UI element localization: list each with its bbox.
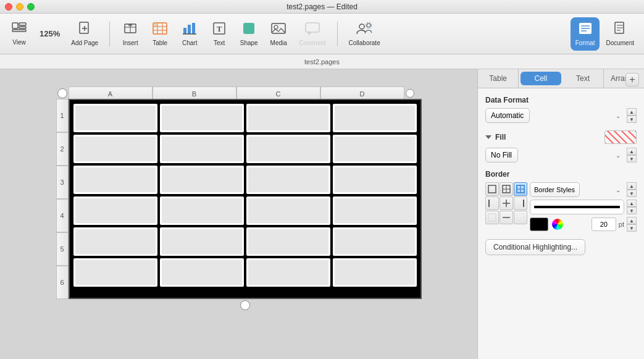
fill-collapse-icon[interactable]	[485, 135, 491, 139]
cell-a1[interactable]	[73, 104, 157, 132]
minimize-button[interactable]	[16, 3, 23, 11]
border-style-select[interactable]: Border Styles	[530, 182, 580, 197]
cell-c6[interactable]	[246, 258, 330, 287]
cell-c3[interactable]	[246, 166, 330, 194]
table-row	[73, 196, 417, 225]
cell-b5[interactable]	[160, 227, 244, 256]
border-line-stepper-down[interactable]: ▼	[627, 207, 637, 214]
cell-c4[interactable]	[246, 196, 330, 225]
cell-b1[interactable]	[160, 104, 244, 132]
border-all-btn[interactable]	[514, 182, 527, 196]
data-format-stepper-down[interactable]: ▼	[627, 116, 637, 123]
cell-d3[interactable]	[333, 166, 417, 194]
border-color-swatch[interactable]	[530, 218, 548, 231]
comment-icon	[305, 22, 320, 38]
shape-button[interactable]: Shape	[235, 17, 263, 51]
top-left-handle[interactable]	[57, 88, 67, 98]
cell-d6[interactable]	[333, 258, 417, 287]
cell-c2[interactable]	[246, 135, 330, 163]
cell-b3[interactable]	[160, 166, 244, 194]
border-pt-stepper-up[interactable]: ▲	[627, 217, 637, 224]
border-horiz-btn[interactable]	[500, 211, 513, 224]
comment-button[interactable]: Comment	[294, 17, 330, 51]
border-style-stepper-up[interactable]: ▲	[627, 182, 637, 190]
col-header-c: C	[236, 87, 320, 100]
cell-c5[interactable]	[246, 227, 330, 256]
border-style-stepper-down[interactable]: ▼	[627, 190, 637, 197]
fill-select-wrapper: No Fill	[485, 148, 624, 163]
border-outer-btn[interactable]	[485, 182, 499, 196]
table-icon	[153, 22, 167, 38]
text-label: Text	[214, 40, 225, 46]
svg-rect-18	[153, 23, 157, 27]
panel-content: Data Format Automatic ▲ ▼	[478, 88, 644, 263]
cell-d2[interactable]	[333, 135, 417, 163]
pt-label: pt	[619, 221, 624, 228]
cell-d5[interactable]	[333, 227, 417, 256]
fill-section: Fill No Fill ▲ ▼	[485, 130, 637, 163]
tab-cell[interactable]: Cell	[521, 72, 561, 85]
fill-stepper-down[interactable]: ▼	[627, 155, 637, 163]
conditional-highlighting-button[interactable]: Conditional Highlighting...	[485, 239, 585, 255]
tab-table[interactable]: Table	[478, 69, 519, 88]
insert-button[interactable]: Insert	[116, 17, 144, 51]
table-grid	[69, 99, 422, 299]
fill-stepper-up[interactable]: ▲	[627, 148, 637, 155]
fill-select[interactable]: No Fill	[485, 148, 518, 163]
table-toolbar-button[interactable]: Table	[146, 17, 174, 51]
text-button[interactable]: T Text	[205, 17, 233, 51]
fill-swatch[interactable]	[604, 130, 637, 144]
zoom-button[interactable]: 125% 125%	[35, 17, 65, 51]
cell-c1[interactable]	[246, 104, 330, 132]
shape-icon	[242, 22, 256, 38]
data-format-section: Data Format Automatic ▲ ▼	[485, 96, 637, 123]
document-label: Document	[606, 40, 634, 46]
format-label: Format	[575, 40, 595, 46]
border-left-btn[interactable]	[485, 196, 499, 210]
canvas-area[interactable]: A B C D 1 2 3 4 5 6	[0, 69, 477, 359]
data-format-select[interactable]: Automatic	[485, 108, 530, 123]
bottom-handle[interactable]	[240, 300, 250, 310]
cell-a2[interactable]	[73, 135, 157, 163]
close-button[interactable]	[5, 3, 12, 11]
tab-text[interactable]: Text	[563, 69, 604, 88]
table-row	[73, 166, 417, 194]
add-page-button[interactable]: Add Page	[66, 17, 103, 51]
cell-b6[interactable]	[160, 258, 244, 287]
cell-d1[interactable]	[333, 104, 417, 132]
border-line-stepper-up[interactable]: ▲	[627, 200, 637, 207]
top-right-handle[interactable]	[406, 89, 414, 98]
panel-plus-button[interactable]: +	[625, 73, 639, 87]
cell-a3[interactable]	[73, 166, 157, 194]
table-container: A B C D 1 2 3 4 5 6	[56, 88, 422, 310]
cell-a5[interactable]	[73, 227, 157, 256]
border-none-btn[interactable]	[514, 211, 527, 224]
svg-rect-3	[12, 30, 26, 32]
data-format-stepper-up[interactable]: ▲	[627, 108, 637, 116]
border-all-outer-btn[interactable]	[500, 182, 513, 196]
media-button[interactable]: Media	[264, 17, 293, 51]
document-button[interactable]: Document	[601, 17, 639, 51]
cell-b2[interactable]	[160, 135, 244, 163]
chart-button[interactable]: Chart	[175, 17, 204, 51]
border-pt-stepper-down[interactable]: ▼	[627, 224, 637, 232]
border-inner-btn[interactable]	[500, 196, 513, 210]
collaborate-button[interactable]: Collaborate	[344, 17, 385, 51]
svg-rect-2	[19, 27, 26, 28]
color-wheel-icon[interactable]	[552, 219, 563, 230]
cell-a6[interactable]	[73, 258, 157, 287]
format-button[interactable]: Format	[571, 17, 600, 51]
border-pt-input[interactable]	[592, 218, 616, 231]
cell-b4[interactable]	[160, 196, 244, 225]
border-right-btn[interactable]	[514, 196, 527, 210]
col-header-a: A	[69, 87, 153, 100]
border-no-left-btn[interactable]	[485, 211, 499, 224]
maximize-button[interactable]	[27, 3, 35, 11]
cell-d4[interactable]	[333, 196, 417, 225]
media-icon	[271, 22, 286, 38]
view-button[interactable]: View	[5, 17, 33, 51]
cell-a4[interactable]	[73, 196, 157, 225]
svg-rect-51	[488, 214, 496, 221]
border-title: Border	[485, 170, 637, 179]
comment-label: Comment	[299, 40, 325, 46]
